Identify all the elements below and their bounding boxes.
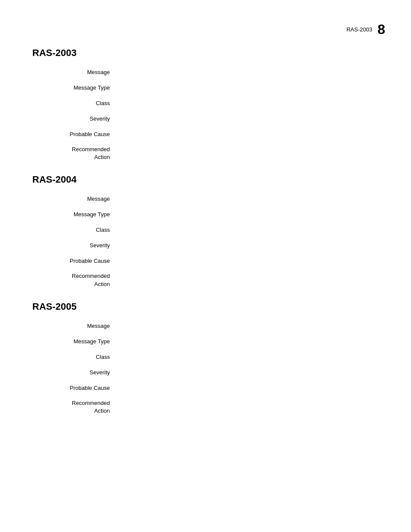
section-ras-2004: RAS-2004 Message Message Type Class Seve… [32,174,385,288]
field-row-severity-2004: Severity [32,240,385,252]
value-messagetype-2003 [118,83,385,84]
field-row-recommendedaction-2005: Recommended Action [32,398,385,415]
label-recommended-line1-2004: Recommended [72,273,110,279]
value-severity-2004 [118,240,385,241]
label-class-2005: Class [32,352,118,361]
section-title-ras2003: RAS-2003 [32,47,385,59]
label-recommendedaction-2003: Recommended Action [32,145,118,161]
field-row-message-2005: Message [32,321,385,333]
label-recommendedaction-2005: Recommended Action [32,398,118,415]
field-row-messagetype-2005: Message Type [32,336,385,348]
value-class-2003 [118,98,385,99]
field-row-messagetype-2003: Message Type [32,83,385,95]
value-messagetype-2004 [118,209,385,210]
field-row-probablecause-2004: Probable Cause [32,256,385,268]
label-severity-2004: Severity [32,240,118,250]
value-severity-2005 [118,367,385,368]
value-recommendedaction-2004 [118,271,385,272]
field-row-probablecause-2005: Probable Cause [32,383,385,395]
value-message-2005 [118,321,385,322]
label-message-2003: Message [32,67,118,77]
value-message-2004 [118,194,385,195]
label-recommended-line2-2004: Action [94,281,110,287]
chapter-label: RAS-2003 [346,26,372,33]
field-row-probablecause-2003: Probable Cause [32,129,385,141]
label-class-2004: Class [32,225,118,234]
value-probablecause-2003 [118,129,385,130]
value-probablecause-2004 [118,256,385,257]
label-severity-2003: Severity [32,114,118,123]
label-message-2005: Message [32,321,118,330]
main-content: RAS-2003 Message Message Type Class Seve… [0,0,411,415]
label-messagetype-2004: Message Type [32,209,118,219]
section-ras-2005: RAS-2005 Message Message Type Class Seve… [32,301,385,415]
value-recommendedaction-2005 [118,398,385,399]
label-probablecause-2005: Probable Cause [32,383,118,392]
label-class-2003: Class [32,98,118,108]
page-header: RAS-2003 8 [346,22,385,36]
field-row-class-2003: Class [32,98,385,110]
label-message-2004: Message [32,194,118,203]
label-severity-2005: Severity [32,367,118,377]
label-messagetype-2003: Message Type [32,83,118,92]
section-title-ras2005: RAS-2005 [32,301,385,312]
value-class-2005 [118,352,385,353]
label-recommended-line2-2005: Action [94,408,110,414]
label-messagetype-2005: Message Type [32,336,118,346]
field-row-recommendedaction-2004: Recommended Action [32,271,385,288]
field-row-messagetype-2004: Message Type [32,209,385,221]
section-ras-2003: RAS-2003 Message Message Type Class Seve… [32,47,385,161]
label-recommended-line1-2005: Recommended [72,400,110,406]
field-row-message-2003: Message [32,67,385,79]
value-message-2003 [118,67,385,68]
label-recommended-line1-2003: Recommended [72,146,110,152]
label-recommended-line2-2003: Action [94,154,110,160]
value-messagetype-2005 [118,336,385,337]
field-row-severity-2005: Severity [32,367,385,380]
field-row-class-2005: Class [32,352,385,364]
field-row-severity-2003: Severity [32,114,385,126]
field-row-recommendedaction-2003: Recommended Action [32,145,385,161]
label-probablecause-2004: Probable Cause [32,256,118,265]
field-row-message-2004: Message [32,194,385,206]
label-probablecause-2003: Probable Cause [32,129,118,139]
field-row-class-2004: Class [32,225,385,237]
page-number: 8 [377,22,385,36]
label-recommendedaction-2004: Recommended Action [32,271,118,288]
value-probablecause-2005 [118,383,385,384]
section-title-ras2004: RAS-2004 [32,174,385,185]
value-recommendedaction-2003 [118,145,385,146]
value-severity-2003 [118,114,385,115]
value-class-2004 [118,225,385,226]
